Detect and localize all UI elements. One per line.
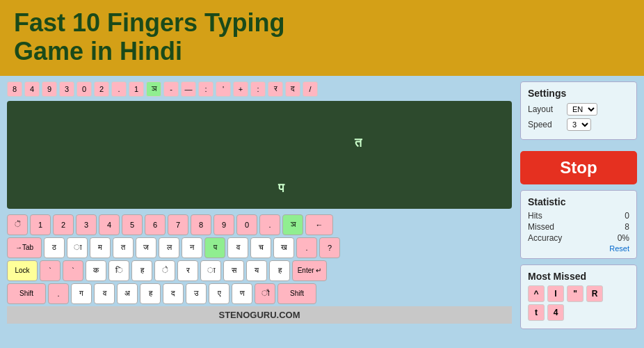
speed-label: Speed — [528, 120, 563, 129]
key-la[interactable]: ल — [159, 237, 179, 258]
key-a[interactable]: अ — [117, 283, 138, 304]
char-key[interactable]: 8 — [7, 81, 22, 97]
key-pa[interactable]: प — [204, 237, 225, 258]
key-u[interactable]: उ — [186, 283, 207, 304]
char-key[interactable]: ञ — [146, 81, 161, 97]
falling-char: त — [355, 136, 362, 150]
key-backspace[interactable]: ← — [305, 214, 333, 235]
reset-link[interactable]: Reset — [528, 244, 629, 253]
key-2[interactable]: 2 — [53, 214, 74, 235]
header: Fast 10 Fingers Typing Game in Hindi — [0, 0, 644, 76]
most-missed-row-1: ^ I " R — [528, 285, 629, 302]
keyboard-row-2: →Tab ठ ा म त ज ल न प व च ख . ? — [7, 237, 512, 258]
key-cha[interactable]: च — [250, 237, 271, 258]
key-da[interactable]: द — [163, 283, 184, 304]
key-8[interactable]: 8 — [191, 214, 211, 235]
key-backtick1[interactable]: ` — [40, 260, 61, 281]
key-shift-right[interactable]: Shift — [277, 283, 316, 304]
key-au[interactable]: ौ — [255, 283, 275, 304]
key-na[interactable]: न — [182, 237, 202, 258]
keyboard: ॆ 1 2 3 4 5 6 7 8 9 0 . ञ ← →Tab ठ ा म — [7, 214, 512, 304]
key-backtick2[interactable]: ` — [63, 260, 83, 281]
key-enter[interactable]: Enter ↵ — [292, 260, 327, 281]
main-area: 8 4 9 3 0 2 . 1 ञ - — : ' + : र द / त प — [0, 76, 644, 335]
key-4[interactable]: 4 — [99, 214, 120, 235]
char-strip: 8 4 9 3 0 2 . 1 ञ - — : ' + : र द / — [7, 81, 512, 97]
key-ya[interactable]: य — [246, 260, 267, 281]
key-9[interactable]: 9 — [214, 214, 234, 235]
stop-button[interactable]: Stop — [520, 151, 637, 184]
char-key[interactable]: 9 — [42, 81, 57, 97]
speed-row: Speed 1 2 3 4 5 — [528, 118, 629, 131]
key-period[interactable]: . — [296, 237, 317, 258]
key-0[interactable]: 0 — [236, 214, 257, 235]
keyboard-row-4: Shift . ग व अ ह द उ ए ण ौ Shift — [7, 283, 512, 304]
key-e[interactable]: े — [154, 260, 175, 281]
key-tilde[interactable]: ॆ — [7, 214, 28, 235]
key-sa[interactable]: स — [223, 260, 244, 281]
char-key[interactable]: 4 — [24, 81, 40, 97]
key-i[interactable]: ि — [108, 260, 129, 281]
key-kha[interactable]: ख — [273, 237, 294, 258]
mm-key: " — [567, 285, 583, 302]
layout-row: Layout EN HI — [528, 103, 629, 116]
char-key[interactable]: — — [181, 81, 196, 97]
missed-value: 8 — [625, 222, 629, 232]
char-key[interactable]: - — [163, 81, 179, 97]
key-va[interactable]: व — [227, 237, 248, 258]
char-key[interactable]: 2 — [94, 81, 109, 97]
most-missed-title: Most Missed — [528, 271, 629, 282]
key-6[interactable]: 6 — [145, 214, 166, 235]
key-ra[interactable]: र — [177, 260, 198, 281]
char-key[interactable]: + — [233, 81, 248, 97]
key-dot[interactable]: . — [259, 214, 280, 235]
key-ha[interactable]: ह — [131, 260, 152, 281]
char-key[interactable]: र — [268, 81, 283, 97]
key-aa2[interactable]: ा — [200, 260, 221, 281]
key-ga[interactable]: ग — [71, 283, 92, 304]
keyboard-row-3: Lock ` ` क ि ह े र ा स य ह Enter ↵ — [7, 260, 512, 281]
key-ai[interactable]: ए — [209, 283, 230, 304]
key-tha[interactable]: ठ — [44, 237, 65, 258]
char-key[interactable]: : — [250, 81, 266, 97]
char-key[interactable]: द — [285, 81, 300, 97]
key-tab[interactable]: →Tab — [7, 237, 42, 258]
char-key[interactable]: : — [198, 81, 214, 97]
statistic-box: Statistic Hits 0 Missed 8 Accuracy 0% Re… — [520, 190, 637, 259]
key-1[interactable]: 1 — [30, 214, 51, 235]
right-panel: Settings Layout EN HI Speed 1 2 3 4 5 — [512, 81, 637, 329]
key-va2[interactable]: व — [94, 283, 115, 304]
typing-area: त प — [7, 101, 512, 209]
mm-key: t — [528, 304, 545, 321]
key-capslock[interactable]: Lock — [7, 260, 38, 281]
mm-key: 4 — [547, 304, 564, 321]
mm-key: ^ — [528, 285, 545, 302]
speed-select[interactable]: 1 2 3 4 5 — [567, 118, 591, 131]
char-key[interactable]: 1 — [129, 81, 144, 97]
key-shift-left[interactable]: Shift — [7, 283, 46, 304]
char-key[interactable]: 3 — [59, 81, 74, 97]
key-ma[interactable]: म — [90, 237, 111, 258]
key-ja[interactable]: ज — [136, 237, 156, 258]
key-comma[interactable]: . — [48, 283, 69, 304]
char-key[interactable]: ' — [216, 81, 231, 97]
key-ta[interactable]: त — [113, 237, 134, 258]
key-3[interactable]: 3 — [76, 214, 97, 235]
key-na2[interactable]: ण — [232, 283, 252, 304]
key-ha3[interactable]: ह — [140, 283, 161, 304]
key-7[interactable]: 7 — [168, 214, 188, 235]
char-key[interactable]: . — [111, 81, 127, 97]
key-ha2[interactable]: ह — [269, 260, 290, 281]
layout-select[interactable]: EN HI — [567, 103, 597, 116]
left-panel: 8 4 9 3 0 2 . 1 ञ - — : ' + : र द / त प — [7, 81, 512, 329]
char-key[interactable]: / — [303, 81, 318, 97]
key-ka[interactable]: क — [86, 260, 106, 281]
key-nja[interactable]: ञ — [282, 214, 303, 235]
char-key[interactable]: 0 — [77, 81, 92, 97]
key-5[interactable]: 5 — [122, 214, 143, 235]
accuracy-value: 0% — [618, 233, 629, 243]
accuracy-row: Accuracy 0% — [528, 233, 629, 243]
key-aa[interactable]: ा — [67, 237, 88, 258]
key-question[interactable]: ? — [319, 237, 340, 258]
settings-title: Settings — [528, 88, 629, 99]
